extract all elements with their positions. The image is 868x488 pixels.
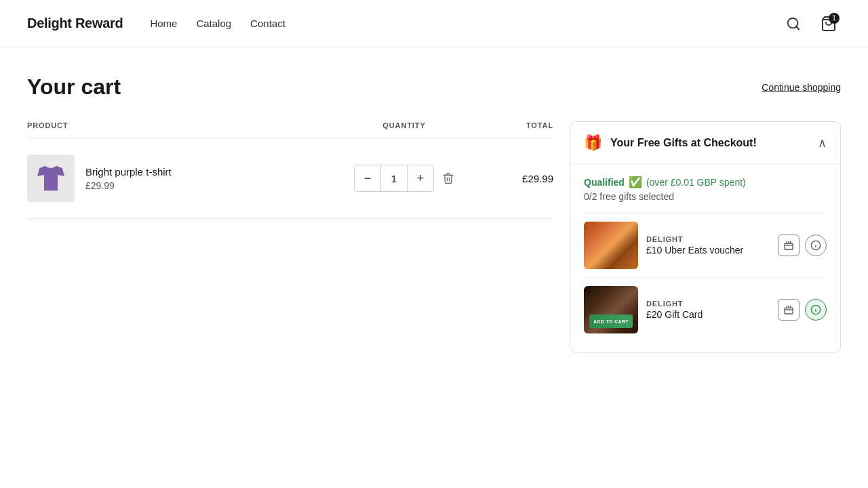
- gift-actions-1: [778, 235, 827, 256]
- gifts-panel-box: 🎁 Your Free Gifts at Checkout! ∧ Qualifi…: [570, 121, 841, 353]
- item-info: Bright purple t-shirt £29.99: [85, 166, 172, 191]
- cart-table: PRODUCT QUANTITY TOTAL Bright purpl: [27, 121, 553, 219]
- check-icon: ✅: [629, 176, 642, 188]
- quantity-value: 1: [380, 165, 408, 191]
- gift-item-2: ADD TO CART DELIGHT £20 Gift Card: [584, 277, 827, 342]
- gifts-title: Your Free Gifts at Checkout!: [610, 137, 757, 149]
- cart-left: PRODUCT QUANTITY TOTAL Bright purpl: [27, 121, 553, 353]
- gifts-count: 0/2 free gifts selected: [584, 191, 827, 202]
- item-image: [27, 155, 75, 202]
- delete-item-button[interactable]: [442, 172, 454, 184]
- table-headers: PRODUCT QUANTITY TOTAL: [27, 121, 553, 138]
- quantity-increase-button[interactable]: +: [408, 165, 433, 191]
- col-header-product: PRODUCT: [27, 121, 336, 129]
- gifts-body: Qualified ✅ (over £0.01 GBP spent) 0/2 f…: [570, 165, 840, 352]
- gift-brand-2: DELIGHT: [646, 300, 770, 308]
- table-row: Bright purple t-shirt £29.99 − 1 +: [27, 138, 553, 219]
- cart-title: Your cart: [27, 75, 121, 100]
- gift-info-button-2[interactable]: [805, 299, 827, 321]
- main-content: Your cart Continue shopping PRODUCT QUAN…: [0, 47, 868, 380]
- col-header-total: TOTAL: [472, 121, 553, 129]
- gifts-collapse-button[interactable]: ∧: [818, 136, 827, 150]
- gifts-header-left: 🎁 Your Free Gifts at Checkout!: [584, 134, 757, 152]
- qualified-row: Qualified ✅ (over £0.01 GBP spent): [584, 176, 827, 188]
- gift-info-1: DELIGHT £10 Uber Eats voucher: [646, 235, 770, 256]
- qualified-label: Qualified: [584, 177, 625, 188]
- cart-icon[interactable]: 1: [816, 12, 841, 36]
- item-product: Bright purple t-shirt £29.99: [27, 155, 336, 202]
- search-icon[interactable]: [781, 12, 806, 36]
- gift-item-1: DELIGHT £10 Uber Eats voucher: [584, 213, 827, 277]
- main-nav: Home Catalog Contact: [150, 18, 285, 29]
- col-header-quantity: QUANTITY: [336, 121, 472, 129]
- item-name: Bright purple t-shirt: [85, 166, 172, 178]
- svg-rect-8: [785, 308, 793, 314]
- gift-add-button-1[interactable]: [778, 235, 800, 256]
- gift-image-1: [584, 222, 638, 269]
- qualified-sub: (over £0.01 GBP spent): [646, 177, 746, 188]
- brand-logo[interactable]: Delight Reward: [27, 16, 123, 31]
- svg-rect-3: [785, 243, 793, 249]
- gifts-header[interactable]: 🎁 Your Free Gifts at Checkout! ∧: [570, 122, 840, 165]
- gift-actions-2: [778, 299, 827, 321]
- nav-home[interactable]: Home: [150, 18, 177, 29]
- quantity-control: − 1 +: [354, 165, 434, 192]
- quantity-decrease-button[interactable]: −: [355, 165, 380, 191]
- gift-info-2: DELIGHT £20 Gift Card: [646, 300, 770, 320]
- gift-brand-1: DELIGHT: [646, 235, 770, 243]
- gift-image-2: ADD TO CART: [584, 286, 638, 333]
- gift-name-2: £20 Gift Card: [646, 309, 770, 320]
- header-right: 1: [781, 12, 841, 36]
- item-price: £29.99: [85, 180, 172, 191]
- gifts-panel: 🎁 Your Free Gifts at Checkout! ∧ Qualifi…: [570, 121, 841, 353]
- header-left: Delight Reward Home Catalog Contact: [27, 16, 285, 31]
- item-total: £29.99: [472, 173, 553, 184]
- svg-line-1: [796, 26, 799, 29]
- gift-info-button-1[interactable]: [805, 235, 827, 256]
- item-quantity: − 1 +: [336, 165, 472, 192]
- continue-shopping-link[interactable]: Continue shopping: [762, 82, 841, 93]
- gift-icon: 🎁: [584, 134, 602, 152]
- nav-contact[interactable]: Contact: [250, 18, 285, 29]
- cart-badge: 1: [829, 13, 840, 24]
- cart-header-row: Your cart Continue shopping: [27, 75, 841, 100]
- gift-name-1: £10 Uber Eats voucher: [646, 245, 770, 256]
- nav-catalog[interactable]: Catalog: [196, 18, 231, 29]
- gift-add-button-2[interactable]: [778, 299, 800, 321]
- cart-layout: PRODUCT QUANTITY TOTAL Bright purpl: [27, 121, 841, 353]
- header: Delight Reward Home Catalog Contact 1: [0, 0, 868, 47]
